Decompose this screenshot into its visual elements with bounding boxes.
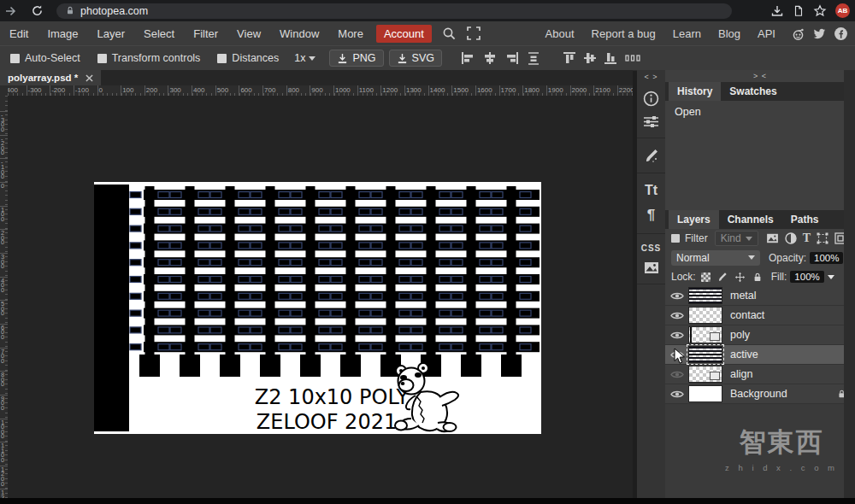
layer-thumbnail[interactable] (688, 346, 722, 363)
adjustments-panel-icon[interactable] (637, 111, 665, 132)
filter-type-icon[interactable]: T (803, 231, 811, 245)
filter-adjustment-icon[interactable] (785, 232, 797, 244)
link-about[interactable]: About (537, 27, 583, 40)
profile-avatar[interactable]: AB (835, 3, 850, 18)
blend-mode-dropdown[interactable]: Normal (671, 250, 760, 266)
align-bottom-icon[interactable] (604, 51, 616, 65)
auto-select-checkbox[interactable] (10, 54, 20, 63)
link-blog[interactable]: Blog (710, 27, 749, 40)
document-canvas[interactable]: Z2 10x10 POLY ZELOOF 2021 (94, 182, 541, 434)
layer-thumbnail[interactable] (688, 287, 722, 304)
bookmark-star-icon[interactable] (813, 4, 827, 18)
menu-edit[interactable]: Edit (0, 27, 38, 40)
align-left-icon[interactable] (461, 52, 475, 64)
reading-list-icon[interactable] (793, 4, 805, 18)
image-panel-icon[interactable] (637, 257, 665, 278)
layer-row-background[interactable]: Background (665, 384, 855, 404)
filter-image-icon[interactable] (766, 233, 779, 243)
ruler-label: 900 (311, 86, 322, 94)
distribute-horizontal-icon[interactable] (625, 53, 640, 63)
layer-thumbnail[interactable] (688, 366, 722, 383)
layer-row-contact[interactable]: contact (665, 306, 855, 325)
css-panel-icon[interactable]: CSS (637, 239, 665, 257)
layer-thumbnail[interactable] (688, 326, 722, 343)
download-tray-icon[interactable] (770, 4, 784, 18)
layer-name: poly (730, 329, 855, 341)
layer-thumbnail[interactable] (688, 385, 722, 402)
ruler-label: 500 (217, 86, 228, 94)
history-entry-open[interactable]: Open (665, 101, 855, 118)
zoom-level-dropdown[interactable]: 1x (294, 52, 315, 64)
link-api[interactable]: API (749, 27, 784, 40)
auto-select-label: Auto-Select (25, 52, 80, 64)
reload-icon[interactable] (31, 4, 50, 17)
visibility-eye-icon[interactable] (665, 311, 688, 320)
close-icon[interactable] (86, 74, 93, 82)
document-tab[interactable]: polyarray.psd * (0, 70, 101, 85)
info-panel-icon[interactable] (637, 86, 665, 111)
visibility-eye-icon[interactable] (665, 390, 688, 399)
link-learn[interactable]: Learn (664, 27, 710, 40)
link-report-a-bug[interactable]: Report a bug (583, 27, 664, 40)
lock-position-move-icon[interactable] (734, 272, 746, 283)
fill-label: Fill: (771, 271, 787, 283)
align-center-h-icon[interactable] (483, 52, 497, 64)
collapse-strip-icon[interactable]: < > (644, 70, 657, 86)
visibility-eye-icon-hidden[interactable] (665, 370, 688, 379)
menu-image[interactable]: Image (38, 27, 87, 40)
twitter-icon[interactable] (812, 26, 827, 41)
paragraph-panel-icon[interactable]: ¶ (637, 202, 665, 228)
tab-swatches[interactable]: Swatches (721, 82, 785, 101)
distances-checkbox[interactable] (217, 54, 227, 63)
menu-view[interactable]: View (227, 27, 270, 40)
layer-row-poly[interactable]: poly (665, 325, 855, 345)
align-middle-icon[interactable] (584, 51, 596, 65)
fill-value[interactable]: 100% (790, 271, 823, 283)
layer-row-align[interactable]: align (665, 365, 855, 384)
filter-kind-dropdown[interactable]: Kind (715, 231, 758, 246)
character-panel-icon[interactable]: Tt (637, 179, 665, 202)
transform-controls-checkbox[interactable] (97, 54, 107, 63)
fullscreen-icon[interactable] (467, 26, 481, 40)
tab-history[interactable]: History (669, 82, 721, 101)
visibility-eye-icon[interactable] (665, 291, 688, 301)
lock-transparency-icon[interactable] (701, 273, 711, 282)
filter-checkbox[interactable] (671, 234, 680, 243)
facebook-icon[interactable] (834, 26, 848, 41)
workspace[interactable]: Z2 10x10 POLY ZELOOF 2021 (8, 96, 633, 499)
address-bar[interactable]: photopea.com (56, 3, 732, 19)
align-top-icon[interactable] (563, 51, 575, 65)
search-icon[interactable] (442, 26, 457, 41)
ruler-label: 300 (169, 86, 180, 94)
menu-filter[interactable]: Filter (184, 27, 227, 40)
align-right-icon[interactable] (505, 52, 519, 64)
ruler-label: - 1 0 0 (1, 160, 4, 179)
distribute-vertical-icon[interactable] (528, 52, 540, 65)
menu-layer[interactable]: Layer (88, 27, 135, 40)
export-svg-button[interactable]: SVG (389, 50, 442, 67)
menu-more[interactable]: More (328, 27, 373, 40)
layer-row-active[interactable]: active (665, 345, 855, 365)
lock-pixels-brush-icon[interactable] (717, 272, 728, 282)
tab-channels[interactable]: Channels (719, 210, 782, 229)
tab-paths[interactable]: Paths (782, 210, 828, 229)
opacity-value[interactable]: 100% (810, 252, 843, 264)
panel-scrollbar[interactable] (844, 70, 855, 499)
export-png-button[interactable]: PNG (329, 50, 383, 67)
collapse-panel-icon[interactable]: > < (665, 70, 855, 82)
visibility-eye-icon[interactable] (665, 331, 688, 340)
ruler-tick (451, 85, 452, 96)
layer-thumbnail[interactable] (688, 307, 722, 324)
layer-row-metal[interactable]: metal (665, 286, 855, 306)
menu-window[interactable]: Window (270, 27, 328, 40)
lock-all-padlock-icon[interactable] (752, 272, 763, 283)
account-button[interactable]: Account (376, 25, 432, 43)
ruler-label: 1500 (453, 86, 469, 94)
forward-arrow-icon[interactable] (3, 4, 22, 18)
menu-select[interactable]: Select (134, 27, 184, 40)
brush-panel-icon[interactable] (637, 144, 665, 167)
tab-layers[interactable]: Layers (669, 210, 719, 229)
fill-dropdown-icon[interactable] (828, 275, 834, 279)
reddit-icon[interactable] (791, 26, 805, 41)
filter-shape-icon[interactable] (817, 232, 828, 244)
